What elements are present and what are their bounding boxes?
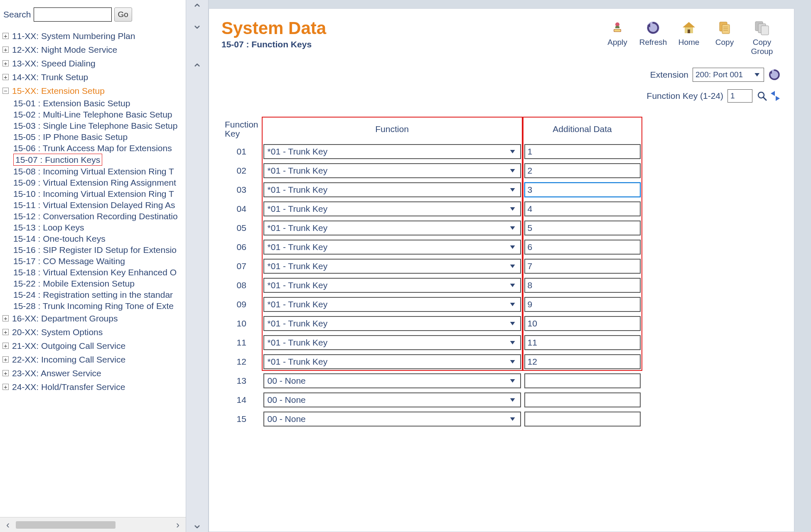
hscroll-track[interactable] xyxy=(16,521,170,529)
nav-item[interactable]: 15-01 : Extension Basic Setup xyxy=(13,98,186,109)
nav-item[interactable]: 15-02 : Multi-Line Telephone Basic Setup xyxy=(13,109,186,120)
nav-item[interactable]: 15-10 : Incoming Virtual Extension Ring … xyxy=(13,188,186,199)
function-select[interactable]: 00 - None▼ xyxy=(263,392,521,407)
copy-group-button[interactable]: Copy Group xyxy=(743,20,781,56)
additional-data-input[interactable] xyxy=(524,335,641,350)
function-select[interactable]: *01 - Trunk Key▼ xyxy=(263,259,521,274)
function-select[interactable]: 00 - None▼ xyxy=(263,412,521,427)
apply-button[interactable]: Apply xyxy=(600,20,634,47)
home-icon xyxy=(681,20,697,36)
additional-data-input[interactable] xyxy=(524,201,641,216)
search-go-button[interactable]: Go xyxy=(114,7,132,22)
paging-nav-icon[interactable] xyxy=(770,91,781,101)
expand-icon[interactable] xyxy=(2,384,9,390)
additional-data-input[interactable] xyxy=(524,144,641,159)
expand-icon[interactable] xyxy=(2,33,9,39)
nav-item[interactable]: 15-09 : Virtual Extension Ring Assignmen… xyxy=(13,177,186,188)
additional-data-input[interactable] xyxy=(524,221,641,235)
function-select[interactable]: *01 - Trunk Key▼ xyxy=(263,278,521,293)
nav-item[interactable]: 15-12 : Conversation Recording Destinati… xyxy=(13,211,186,222)
nav-group[interactable]: 24-XX: Hold/Transfer Service xyxy=(0,380,186,394)
copy-button[interactable]: Copy xyxy=(708,20,742,47)
cell-key: 13 xyxy=(221,373,262,388)
function-select[interactable]: *01 - Trunk Key▼ xyxy=(263,335,521,350)
additional-data-input[interactable] xyxy=(524,316,641,331)
nav-group-15[interactable]: 15-XX: Extension Setup xyxy=(0,84,186,98)
nav-item[interactable]: 15-13 : Loop Keys xyxy=(13,222,186,233)
sidebar-hscrollbar[interactable]: ‹ › xyxy=(0,517,186,532)
nav-item[interactable]: 15-14 : One-touch Keys xyxy=(13,233,186,244)
nav-group[interactable]: 14-XX: Trunk Setup xyxy=(0,70,186,84)
nav-item[interactable]: 15-24 : Registration setting in the stan… xyxy=(13,289,186,300)
splitter-down-icon[interactable]: ⌃ xyxy=(192,17,202,30)
additional-data-input[interactable] xyxy=(524,240,641,255)
splitter-up-icon[interactable]: ⌃ xyxy=(192,2,202,15)
nav-item[interactable]: 15-11 : Virtual Extension Delayed Ring A… xyxy=(13,199,186,211)
function-value: *01 - Trunk Key xyxy=(268,299,328,309)
nav-item[interactable]: 15-07 : Function Keys xyxy=(13,154,102,166)
expand-icon[interactable] xyxy=(2,370,9,376)
nav-item[interactable]: 15-17 : CO Message Waiting xyxy=(13,255,186,267)
hscroll-thumb[interactable] xyxy=(16,521,116,529)
additional-data-input[interactable] xyxy=(524,373,641,388)
svg-rect-2 xyxy=(614,29,621,32)
splitter-down2-icon[interactable]: ⌃ xyxy=(192,517,202,530)
expand-icon[interactable] xyxy=(2,315,9,321)
additional-data-input[interactable] xyxy=(524,392,641,407)
collapse-icon[interactable] xyxy=(2,88,9,94)
expand-icon[interactable] xyxy=(2,356,9,363)
nav-item[interactable]: 15-16 : SIP Register ID Setup for Extens… xyxy=(13,244,186,255)
function-select[interactable]: *01 - Trunk Key▼ xyxy=(263,182,521,197)
splitter[interactable]: ⌃ ⌃ ⌃ ⌃ xyxy=(186,0,209,532)
nav-group[interactable]: 16-XX: Department Groups xyxy=(0,311,186,325)
function-select[interactable]: 00 - None▼ xyxy=(263,373,521,388)
function-key-input[interactable] xyxy=(727,89,752,103)
expand-icon[interactable] xyxy=(2,343,9,349)
additional-data-input[interactable] xyxy=(524,354,641,369)
nav-item[interactable]: 15-03 : Single Line Telephone Basic Setu… xyxy=(13,120,186,131)
nav-group[interactable]: 20-XX: System Options xyxy=(0,325,186,339)
refresh-extension-icon[interactable] xyxy=(768,69,781,81)
refresh-button[interactable]: Refresh xyxy=(636,20,670,47)
additional-data-input[interactable] xyxy=(524,278,641,293)
nav-item[interactable]: 15-08 : Incoming Virtual Extension Ring … xyxy=(13,166,186,177)
additional-data-input[interactable] xyxy=(524,182,641,197)
nav-item[interactable]: 15-18 : Virtual Extension Key Enhanced O xyxy=(13,267,186,278)
cell-key: 08 xyxy=(221,278,262,293)
function-select[interactable]: *01 - Trunk Key▼ xyxy=(263,297,521,312)
function-select[interactable]: *01 - Trunk Key▼ xyxy=(263,240,521,255)
function-select[interactable]: *01 - Trunk Key▼ xyxy=(263,316,521,331)
nav-group[interactable]: 12-XX: Night Mode Service xyxy=(0,43,186,56)
page-subtitle: 15-07 : Function Keys xyxy=(221,39,326,49)
nav-item[interactable]: 15-05 : IP Phone Basic Setup xyxy=(13,131,186,142)
nav-item[interactable]: 15-06 : Trunk Access Map for Extensions xyxy=(13,142,186,154)
function-select[interactable]: *01 - Trunk Key▼ xyxy=(263,354,521,369)
nav-item[interactable]: 15-28 : Trunk Incoming Ring Tone of Exte xyxy=(13,300,186,311)
splitter-up2-icon[interactable]: ⌃ xyxy=(192,62,202,75)
function-select[interactable]: *01 - Trunk Key▼ xyxy=(263,221,521,235)
function-select[interactable]: *01 - Trunk Key▼ xyxy=(263,163,521,178)
additional-data-input[interactable] xyxy=(524,259,641,274)
search-input[interactable] xyxy=(34,7,112,22)
additional-data-input[interactable] xyxy=(524,297,641,312)
nav-group[interactable]: 13-XX: Speed Dialing xyxy=(0,56,186,70)
scroll-right-icon[interactable]: › xyxy=(172,520,183,530)
function-select[interactable]: *01 - Trunk Key▼ xyxy=(263,144,521,159)
nav-group[interactable]: 23-XX: Answer Service xyxy=(0,366,186,380)
nav-group[interactable]: 11-XX: System Numbering Plan xyxy=(0,29,186,43)
function-select[interactable]: *01 - Trunk Key▼ xyxy=(263,201,521,216)
nav-item[interactable]: 15-22 : Mobile Extension Setup xyxy=(13,278,186,289)
expand-icon[interactable] xyxy=(2,60,9,66)
expand-icon[interactable] xyxy=(2,74,9,80)
scroll-left-icon[interactable]: ‹ xyxy=(2,520,13,530)
additional-data-input[interactable] xyxy=(524,412,641,427)
nav-group[interactable]: 22-XX: Incoming Call Service xyxy=(0,353,186,366)
table-row: 12*01 - Trunk Key▼ xyxy=(221,354,642,369)
additional-data-input[interactable] xyxy=(524,163,641,178)
expand-icon[interactable] xyxy=(2,329,9,335)
extension-select[interactable]: 200: Port 001 ▼ xyxy=(693,68,764,82)
home-button[interactable]: Home xyxy=(672,20,706,47)
nav-group[interactable]: 21-XX: Outgoing Call Service xyxy=(0,339,186,353)
search-icon[interactable] xyxy=(757,91,767,101)
expand-icon[interactable] xyxy=(2,47,9,53)
